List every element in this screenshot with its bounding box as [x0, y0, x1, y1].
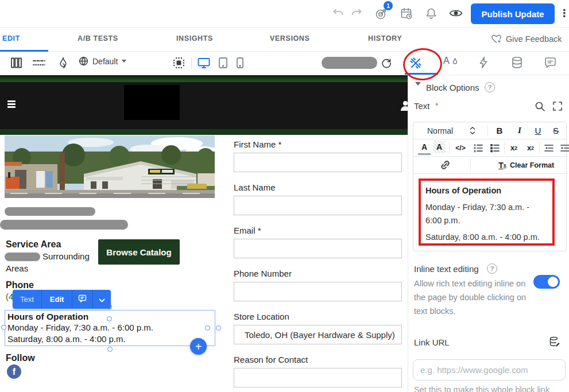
- preview-eye-icon[interactable]: [448, 7, 463, 19]
- strikethrough-button[interactable]: S: [547, 122, 564, 139]
- selection-handle[interactable]: [1, 325, 6, 330]
- inline-editing-title: Inline text editing: [414, 264, 479, 274]
- add-block-button[interactable]: +: [190, 338, 207, 355]
- block-more-chevron-icon[interactable]: [93, 294, 111, 305]
- panel-section-title: Block Options: [426, 83, 479, 92]
- site-canvas[interactable]: Service Area Surrounding Areas Browse Ca…: [0, 75, 408, 392]
- subscript-button[interactable]: x2: [506, 139, 522, 156]
- ordered-list-button[interactable]: [470, 139, 487, 156]
- editor-content-area[interactable]: Hours of Operation Monday - Friday, 7:30…: [413, 174, 566, 251]
- tab-versions[interactable]: VERSIONS: [270, 34, 309, 42]
- language-selector[interactable]: Default: [79, 56, 126, 66]
- give-feedback-button[interactable]: Give Feedback: [491, 34, 562, 44]
- active-panel-indicator: [405, 73, 438, 75]
- tablet-view-icon[interactable]: [218, 57, 228, 69]
- tab-ab-tests[interactable]: A/B TESTS: [78, 34, 118, 42]
- connected-data-icon[interactable]: [548, 336, 561, 348]
- clear-format-label[interactable]: Clear Format: [510, 157, 554, 173]
- help-icon[interactable]: ?: [487, 263, 497, 274]
- language-label: Default: [92, 57, 118, 66]
- columns-layout-icon[interactable]: [10, 57, 22, 69]
- store-location-select[interactable]: [234, 325, 402, 344]
- clear-format-icon[interactable]: Tx: [496, 157, 509, 173]
- refresh-icon[interactable]: [380, 57, 392, 69]
- hours-saturday: Saturday, 8:00 a.m. - 4:00 p.m.: [7, 334, 126, 344]
- bell-icon[interactable]: [425, 7, 438, 21]
- more-menu-icon[interactable]: ⋮: [559, 6, 569, 20]
- form-label-last-name: Last Name: [234, 183, 276, 192]
- selection-handle[interactable]: [107, 347, 113, 352]
- redo-icon[interactable]: [350, 7, 363, 19]
- superscript-button[interactable]: x2: [522, 139, 539, 156]
- design-tools-icon[interactable]: [408, 56, 423, 71]
- form-label-store-location: Store Location: [234, 312, 289, 321]
- redacted-text-line-1: [5, 207, 95, 216]
- service-area-word2: Areas: [6, 263, 28, 273]
- rich-text-editor: Normal B I U S A A </>: [413, 122, 567, 251]
- inline-editing-toggle[interactable]: [533, 275, 560, 289]
- editor-content-line2: Saturday, 8:00 a.m. - 4:00 p.m.: [425, 231, 548, 244]
- facebook-icon[interactable]: f: [7, 364, 21, 379]
- form-label-first-name: First Name *: [234, 139, 281, 149]
- focus-spotlight-icon[interactable]: [172, 56, 185, 72]
- italic-button[interactable]: I: [511, 122, 528, 139]
- storefront-photo[interactable]: [5, 135, 215, 198]
- underline-button[interactable]: U: [529, 122, 547, 139]
- topbar: 1 Publish Update ⋮: [0, 0, 569, 28]
- desktop-view-icon[interactable]: [197, 57, 211, 69]
- block-comment-icon[interactable]: [72, 294, 92, 305]
- flame-personalization-icon[interactable]: [57, 56, 69, 69]
- outdent-button[interactable]: [541, 139, 557, 156]
- style-stepper-icon[interactable]: [469, 126, 476, 135]
- first-name-input[interactable]: [234, 153, 402, 172]
- typography-icon[interactable]: A: [443, 56, 458, 66]
- comments-icon[interactable]: [544, 57, 557, 69]
- mobile-view-icon[interactable]: [236, 57, 244, 69]
- schedule-calendar-icon[interactable]: [400, 7, 413, 21]
- search-icon[interactable]: [535, 101, 545, 112]
- indent-button[interactable]: [557, 139, 569, 156]
- help-icon[interactable]: ?: [485, 82, 495, 92]
- bold-button[interactable]: B: [490, 122, 509, 139]
- collapse-chevron-icon[interactable]: [415, 86, 421, 96]
- database-content-icon[interactable]: [510, 56, 524, 69]
- notification-badge: 1: [384, 1, 393, 10]
- selection-handle[interactable]: [205, 325, 210, 331]
- phone-number-input[interactable]: [234, 282, 402, 301]
- hamburger-menu-icon[interactable]: [7, 100, 16, 109]
- hours-title: Hours of Operation: [7, 312, 88, 322]
- selection-handle[interactable]: [107, 316, 112, 321]
- rows-spacing-icon[interactable]: [32, 58, 46, 68]
- publish-update-button[interactable]: Publish Update: [471, 3, 555, 24]
- hours-text-block[interactable]: Hours of Operation Monday - Friday, 7:30…: [5, 310, 215, 346]
- site-header[interactable]: [0, 82, 408, 129]
- tab-insights[interactable]: INSIGHTS: [176, 34, 213, 42]
- bullet-list-button[interactable]: [487, 139, 503, 156]
- toolbar-divider: [191, 57, 192, 69]
- site-header-gradient: [0, 75, 408, 82]
- email-input[interactable]: [234, 239, 402, 258]
- undo-icon[interactable]: [332, 7, 345, 19]
- highlight-color-button[interactable]: A: [433, 141, 446, 153]
- tab-edit[interactable]: EDIT: [2, 34, 20, 42]
- account-person-icon[interactable]: [399, 99, 408, 114]
- expand-fullscreen-icon[interactable]: [552, 101, 563, 111]
- follow-title: Follow: [6, 353, 35, 363]
- last-name-input[interactable]: [234, 196, 402, 215]
- redacted-url-pill: [322, 57, 377, 69]
- active-tab-indicator: [0, 50, 48, 52]
- code-view-button[interactable]: </>: [451, 139, 470, 156]
- form-label-phone: Phone Number: [234, 269, 292, 278]
- browse-catalog-button[interactable]: Browse Catalog: [98, 239, 180, 265]
- reason-for-contact-input[interactable]: [234, 368, 402, 387]
- text-color-button[interactable]: A: [418, 141, 431, 155]
- link-url-input[interactable]: [413, 359, 566, 381]
- lightning-automations-icon[interactable]: [477, 56, 490, 69]
- form-label-reason: Reason for Contact: [234, 355, 308, 364]
- insert-link-button[interactable]: [436, 157, 454, 173]
- paragraph-style-select[interactable]: Normal: [427, 122, 453, 139]
- required-asterisk: *: [435, 101, 438, 110]
- tab-history[interactable]: HISTORY: [368, 34, 402, 42]
- edit-block-button[interactable]: Edit: [42, 295, 72, 304]
- selection-handle[interactable]: [216, 325, 221, 331]
